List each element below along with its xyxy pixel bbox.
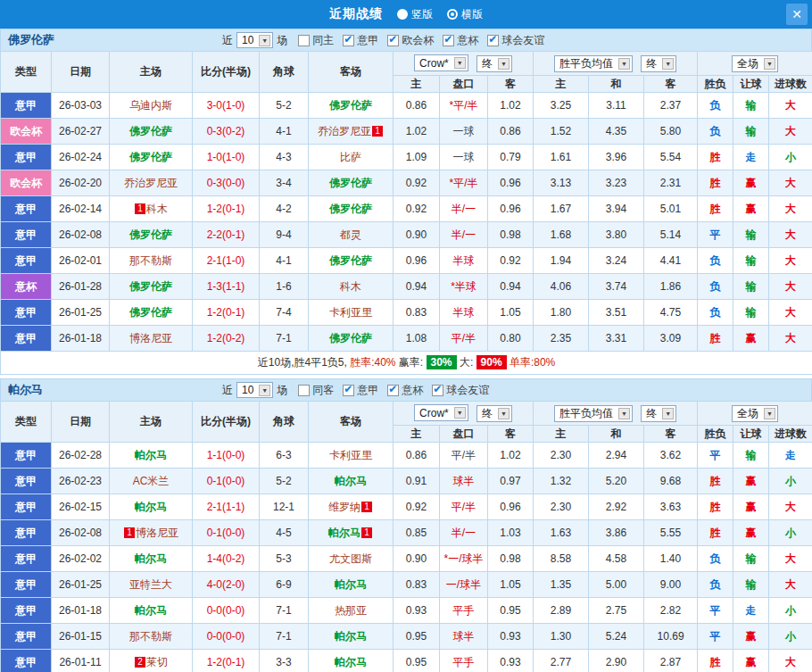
odds-company-select[interactable]: Crow*	[414, 54, 468, 71]
team-name: 帕尔马	[335, 475, 367, 487]
checkbox-icon[interactable]	[298, 385, 310, 396]
checkbox-icon[interactable]	[343, 35, 354, 46]
goals-result: 大	[769, 546, 812, 572]
layout-option-vertical[interactable]: 竖版	[397, 7, 433, 22]
match-result: 胜	[698, 196, 733, 222]
avg-final-select[interactable]: 终	[641, 405, 676, 422]
filter-option[interactable]: 意甲	[343, 33, 378, 48]
filter-option[interactable]: 意杯	[387, 383, 423, 398]
scope-select[interactable]: 全场	[732, 405, 778, 422]
handicap-line: 半球	[440, 248, 488, 274]
checkbox-icon[interactable]	[343, 385, 354, 396]
match-result: 负	[698, 274, 733, 300]
filter-option[interactable]: 同客	[298, 383, 334, 398]
avg-away-odds: 9.68	[644, 469, 698, 494]
team-name: 莱切	[146, 656, 168, 668]
filter-option[interactable]: 意甲	[343, 383, 378, 398]
layout-option-horizontal[interactable]: 横版	[447, 7, 483, 22]
filter-option[interactable]: 欧会杯	[387, 33, 434, 48]
match-result: 胜	[698, 326, 733, 352]
team-name: 维罗纳	[328, 501, 360, 513]
handicap-line: 平/半	[440, 326, 488, 352]
handicap-line: 平/半	[440, 494, 488, 520]
recent-count-select[interactable]: 10	[236, 32, 273, 48]
goals-result: 大	[769, 196, 812, 222]
filter-option[interactable]: 同主	[298, 33, 334, 48]
avg-draw-odds: 3.23	[589, 170, 644, 196]
goals-result: 大	[769, 170, 812, 196]
filter-option[interactable]: 意杯	[443, 33, 478, 48]
avg-away-odds: 1.86	[644, 274, 698, 300]
radio-label: 横版	[461, 7, 483, 22]
away-team: 比萨	[309, 145, 394, 170]
handicap-line: 球半	[440, 624, 488, 650]
league-type: 意甲	[1, 326, 52, 352]
filter-option[interactable]: 球会友谊	[432, 383, 489, 398]
checkbox-icon[interactable]	[387, 35, 399, 46]
home-team: 1科木	[110, 196, 193, 222]
half-full-score: 1-0(1-0)	[193, 145, 260, 170]
team-name: 热那亚	[335, 604, 367, 617]
odds-away: 0.95	[488, 598, 534, 624]
goals-result: 大	[769, 572, 812, 598]
odds-home: 0.90	[394, 546, 440, 572]
radio-icon[interactable]	[447, 9, 458, 20]
home-team: 佛罗伦萨	[110, 222, 193, 248]
team-name: 佛罗伦萨	[329, 203, 372, 215]
handicap-line: 球半	[440, 469, 488, 494]
handicap-line: *平/半	[440, 93, 488, 119]
odds-company-select[interactable]: Crow*	[414, 404, 468, 421]
radio-icon[interactable]	[397, 9, 408, 20]
avg-odds-select[interactable]: 胜平负均值	[554, 55, 633, 72]
scope-select[interactable]: 全场	[732, 55, 778, 72]
odds-away: 0.94	[488, 274, 534, 300]
team-name: 佛罗伦萨	[329, 332, 372, 344]
team-name: 尤文图斯	[329, 552, 372, 565]
home-team: 博洛尼亚	[110, 326, 193, 352]
checkbox-icon[interactable]	[387, 385, 399, 396]
avg-home-odds: 3.25	[534, 93, 589, 119]
filter-label: 意甲	[357, 383, 378, 398]
match-date: 26-02-27	[52, 119, 110, 145]
filter-option[interactable]: 球会友谊	[487, 33, 544, 48]
column-header: 类型	[1, 52, 52, 93]
games-label: 场	[277, 383, 287, 398]
recent-count-select[interactable]: 10	[236, 382, 273, 398]
away-team: 乔治罗尼亚1	[309, 119, 394, 145]
league-type: 意甲	[1, 650, 52, 672]
avg-odds-select[interactable]: 胜平负均值	[554, 405, 633, 422]
avg-draw-odds: 5.24	[589, 624, 644, 650]
avg-final-select[interactable]: 终	[641, 55, 676, 72]
match-result: 胜	[698, 170, 733, 196]
corner-score: 7-1	[260, 624, 309, 650]
radio-label: 竖版	[411, 7, 433, 22]
odds-away: 1.02	[488, 443, 534, 469]
select-value: 全场	[737, 56, 758, 71]
checkbox-icon[interactable]	[432, 385, 443, 396]
avg-home-odds: 2.30	[534, 443, 589, 469]
handicap-line: *一/球半	[440, 546, 488, 572]
checkbox-icon[interactable]	[298, 35, 310, 46]
close-button[interactable]: ✕	[786, 4, 808, 25]
odds-final-select[interactable]: 终	[476, 405, 512, 422]
select-value: 胜平负均值	[559, 56, 613, 71]
odds-home: 0.92	[394, 196, 440, 222]
rank-badge: 1	[361, 502, 372, 512]
avg-draw-odds: 2.90	[589, 650, 644, 672]
checkbox-icon[interactable]	[487, 35, 499, 46]
corner-score: 7-1	[260, 598, 309, 624]
corner-score: 3-3	[260, 650, 309, 672]
handicap-result: 输	[733, 300, 769, 326]
away-team: 帕尔马	[309, 469, 394, 494]
home-team: 乔治罗尼亚	[110, 170, 193, 196]
match-row: 意杯26-01-28佛罗伦萨1-3(1-1)1-6科木0.94*半球0.944.…	[1, 274, 812, 300]
odds-home: 0.93	[394, 598, 440, 624]
checkbox-icon[interactable]	[443, 35, 454, 46]
home-team: 那不勒斯	[110, 248, 193, 274]
avg-draw-odds: 3.24	[589, 248, 644, 274]
odds-final-select[interactable]: 终	[476, 55, 512, 72]
handicap-line: 一球	[440, 119, 488, 145]
match-date: 26-01-25	[52, 572, 110, 598]
match-date: 26-02-24	[52, 145, 110, 170]
half-full-score: 1-2(0-2)	[193, 326, 260, 352]
